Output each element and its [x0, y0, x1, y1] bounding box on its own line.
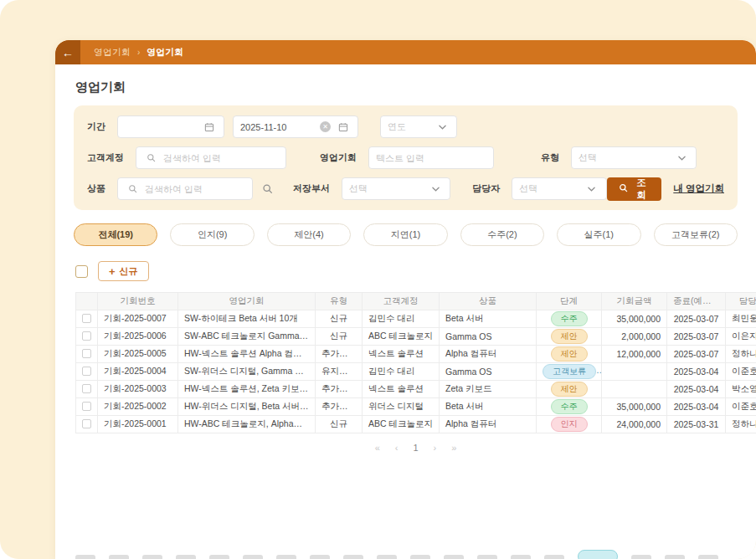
- header-checkbox-cell: [76, 293, 98, 310]
- filter-label-customer: 고객계정: [87, 151, 124, 164]
- manager-select[interactable]: 선택: [512, 177, 607, 200]
- product-search-field[interactable]: [117, 177, 253, 200]
- table-row[interactable]: 기회-2025-0001HW-ABC 테크놀로지, Alpha컴퓨터 20대신규…: [76, 416, 756, 433]
- tab-lost[interactable]: 실주(1): [557, 223, 640, 246]
- preview-stub: [142, 555, 162, 559]
- date-from-input[interactable]: [125, 122, 197, 132]
- opportunity-text-field[interactable]: [368, 146, 494, 169]
- tab-all[interactable]: 전체(19): [74, 223, 157, 246]
- row-checkbox[interactable]: [82, 402, 91, 411]
- tab-won[interactable]: 수주(2): [460, 223, 544, 246]
- table-row[interactable]: 기회-2025-0003HW-넥스트 솔루션, Zeta 키보드 10대추가구매…: [76, 381, 756, 398]
- preview-badge: [578, 550, 618, 559]
- tab-delayed[interactable]: 지연(1): [363, 223, 447, 246]
- table-body: 기회-2025-0007SW-하이테크 Beta 서버 10개신규김민수 대리B…: [76, 310, 756, 433]
- calendar-icon[interactable]: [202, 120, 217, 135]
- cell: 신규: [316, 328, 363, 346]
- pagination-first[interactable]: «: [375, 443, 380, 453]
- table-row[interactable]: 기회-2025-0005HW-넥스트 솔루션 Alpha 컴퓨터 10대추가구매…: [76, 346, 756, 363]
- department-select[interactable]: 선택: [342, 177, 450, 200]
- pagination-next[interactable]: ›: [434, 443, 437, 453]
- cell: 이은지: [726, 328, 756, 346]
- pagination-page-current[interactable]: 1: [413, 443, 418, 453]
- row-checkbox[interactable]: [82, 331, 91, 341]
- stage-badge: 제안: [551, 382, 588, 397]
- cell: 35,000,000: [602, 310, 667, 328]
- row-checkbox[interactable]: [82, 367, 91, 376]
- breadcrumb-current: 영업기회: [147, 46, 183, 59]
- row-checkbox[interactable]: [82, 314, 91, 323]
- cell: 이준호: [726, 398, 756, 416]
- cell: 추가구매: [316, 398, 363, 416]
- breadcrumb-parent[interactable]: 영업기회: [94, 46, 131, 59]
- tab-proposal[interactable]: 제안(4): [267, 223, 351, 246]
- product-lookup-icon[interactable]: [260, 182, 275, 197]
- date-to-input[interactable]: [240, 122, 315, 132]
- row-checkbox[interactable]: [82, 349, 91, 358]
- search-icon: [125, 182, 140, 197]
- preview-stub: [209, 555, 229, 559]
- cell: 추가구매: [316, 346, 363, 363]
- filter-label-period: 기간: [87, 121, 105, 133]
- cell: 유지보수: [316, 363, 363, 381]
- cell: [602, 363, 667, 381]
- cell: SW-위더스 디지털, Gamma OS 12개월: [178, 363, 316, 381]
- preview-stub: [109, 555, 129, 559]
- cell: 2025-03-07: [667, 310, 726, 328]
- filter-row-customer: 고객계정 영업기회 유형 선택: [87, 146, 724, 169]
- row-checkbox[interactable]: [82, 419, 91, 428]
- pagination-last[interactable]: »: [451, 443, 456, 453]
- manager-select-value: 선택: [519, 182, 579, 195]
- table-header-row: 기회번호영업기회유형고객계정상품단계기회금액종료(예정)일담당자: [76, 293, 756, 310]
- year-select-value: 연도: [388, 121, 429, 133]
- module-header: ← 영업기회 › 영업기회: [55, 40, 756, 64]
- tab-hold[interactable]: 고객보류(2): [654, 223, 738, 246]
- back-button[interactable]: ←: [55, 40, 80, 64]
- filter-panel: 기간 ✕ 연도: [74, 105, 738, 210]
- cell: [602, 381, 667, 398]
- stage-badge: 수주: [551, 399, 588, 415]
- opportunity-text-input[interactable]: [376, 153, 486, 163]
- product-search-input[interactable]: [145, 184, 245, 194]
- row-checkbox[interactable]: [82, 384, 91, 393]
- table-row[interactable]: 기회-2025-0006SW-ABC 테크놀로지 Gamma OS 10개신규A…: [76, 328, 756, 346]
- cell: SW-하이테크 Beta 서버 10개: [178, 310, 316, 328]
- stage-badge: 고객보류: [543, 364, 596, 380]
- pagination-prev[interactable]: ‹: [395, 443, 399, 453]
- customer-search-input[interactable]: [163, 153, 279, 163]
- preview-stub: [477, 555, 497, 559]
- preview-stub: [377, 555, 397, 559]
- cell: 김민수 대리: [363, 310, 440, 328]
- preview-stub: [698, 555, 718, 559]
- filter-label-type: 유형: [541, 151, 559, 164]
- date-to-field[interactable]: ✕: [233, 115, 358, 138]
- cell: 신규: [316, 310, 363, 328]
- select-all-checkbox[interactable]: [75, 265, 88, 278]
- calendar-icon[interactable]: [336, 120, 351, 135]
- cell: 24,000,000: [602, 416, 667, 433]
- stage-cell: 인지: [537, 416, 602, 433]
- table-row[interactable]: 기회-2025-0007SW-하이테크 Beta 서버 10개신규김민수 대리B…: [76, 310, 756, 328]
- chevron-down-icon: [674, 151, 689, 166]
- type-select[interactable]: 선택: [571, 146, 697, 169]
- new-button[interactable]: + 신규: [98, 261, 149, 281]
- table-row[interactable]: 기회-2025-0004SW-위더스 디지털, Gamma OS 12개월유지보…: [76, 363, 756, 381]
- main-window: ← 영업기회 › 영업기회 영업기회 기간: [55, 40, 756, 559]
- year-select[interactable]: 연도: [380, 115, 457, 138]
- cell: ABC 테크놀로지: [363, 416, 440, 433]
- customer-search-field[interactable]: [136, 146, 286, 169]
- tab-aware[interactable]: 인지(9): [170, 223, 254, 246]
- cell: Gamma OS: [440, 363, 537, 381]
- cell: 박소영: [726, 381, 756, 398]
- column-header: 담당자: [726, 293, 756, 310]
- clear-date-icon[interactable]: ✕: [320, 121, 331, 132]
- cell: 위더스 디지털: [363, 398, 440, 416]
- stage-badge: 수주: [551, 311, 588, 327]
- type-select-value: 선택: [579, 151, 669, 164]
- filter-label-manager: 담당자: [472, 182, 500, 195]
- table-row[interactable]: 기회-2025-0002HW-위더스 디지털, Beta 서버 10대추가구매위…: [76, 398, 756, 416]
- date-from-field[interactable]: [117, 115, 224, 138]
- cell: 정하나: [726, 416, 756, 433]
- search-button[interactable]: 조회: [607, 177, 661, 201]
- my-opportunities-link[interactable]: 내 영업기회: [673, 182, 724, 195]
